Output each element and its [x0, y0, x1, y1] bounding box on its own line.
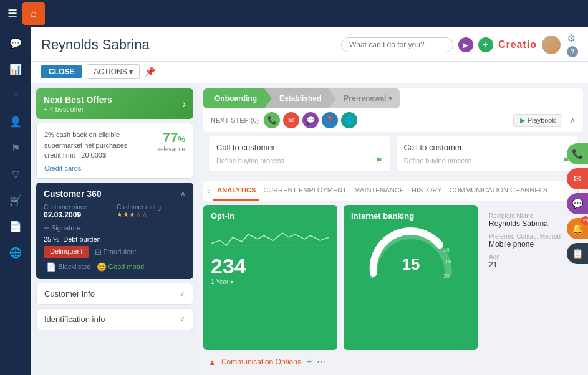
ib-gauge: 15 0 4 8 10 12 14 16 18	[351, 223, 470, 279]
pin-icon[interactable]: 📌	[145, 67, 155, 77]
right-notify-button[interactable]: 🔔 20	[567, 218, 588, 239]
comm-more-icon[interactable]: ⋯	[317, 357, 325, 367]
call-card-2: Call to customer Define buying process ⚑	[396, 136, 579, 172]
delinquent-badge[interactable]: Delinquent	[44, 246, 89, 258]
pipeline-step-established[interactable]: Established	[264, 88, 329, 108]
age-label: Age	[489, 254, 561, 260]
since-label: Customer since	[44, 204, 113, 211]
prerenewal-label: Pre-renewal	[344, 94, 386, 103]
call-card-1-title: Call to customer	[216, 143, 383, 152]
good-mood-badge[interactable]: 😊 Good mood	[97, 261, 144, 273]
avatar[interactable]	[542, 36, 561, 54]
add-button[interactable]: +	[478, 37, 493, 52]
action-phone-btn[interactable]: 📞	[264, 112, 280, 128]
right-task-button[interactable]: 📋	[567, 243, 588, 264]
action-chat-btn[interactable]: 💬	[302, 112, 319, 128]
call-cards-section: Call to customer Define buying process ⚑…	[203, 136, 583, 177]
comm-options-bar: ▲ Communication Options + ⋯	[203, 354, 583, 370]
nav-analytics-icon[interactable]: 📊	[4, 57, 27, 81]
offers-card[interactable]: Next Best Offers + 4 best offer ›	[36, 88, 193, 119]
fraudulent-label: Fraudulent	[104, 248, 137, 255]
customer-info-chevron: ∨	[180, 289, 185, 298]
good-mood-label: Good mood	[108, 263, 144, 270]
playbook-button[interactable]: ▶ Playbook	[513, 114, 562, 127]
hamburger-icon[interactable]: ☰	[7, 7, 17, 21]
help-icon[interactable]: ?	[567, 46, 578, 57]
identification-info-label: Identification info	[44, 315, 105, 324]
tabs-prev-arrow[interactable]: ‹	[203, 181, 213, 201]
identification-info-accordion[interactable]: Identification info ∨	[36, 308, 193, 330]
nav-doc-icon[interactable]: 📄	[4, 214, 27, 238]
pipeline-step-prerenewal[interactable]: Pre-renewal ▾	[329, 88, 400, 108]
svg-text:15: 15	[402, 255, 420, 273]
svg-text:16: 16	[443, 247, 450, 253]
tab-current-employment[interactable]: CURRENT EMPLOYMENT	[259, 181, 350, 201]
tab-communication-channels[interactable]: COMMUNICATION CHANNELS	[446, 181, 551, 201]
customer360-collapse-icon[interactable]: ∧	[180, 189, 186, 198]
creatio-logo: Creatio	[498, 39, 537, 50]
customer-info-accordion[interactable]: Customer info ∨	[36, 283, 193, 305]
action-web-btn[interactable]: 🌐	[341, 112, 357, 128]
offer-link[interactable]: Credit cards	[44, 164, 185, 172]
nav-filter-icon[interactable]: ▽	[4, 162, 27, 186]
notify-badge: 20	[581, 216, 588, 225]
call-card-2-title: Call to customer	[404, 143, 571, 152]
gear-icon[interactable]: ⚙	[567, 32, 578, 44]
call-card-1-subtitle: Define buying process	[216, 157, 284, 164]
offers-body: 23477% relevance 2% cash back on eligibl…	[36, 123, 193, 179]
svg-text:12: 12	[422, 230, 428, 237]
next-step-label: NEXT STEP (0)	[211, 116, 259, 124]
signature-label: ✏ Signature	[44, 224, 80, 232]
offers-relevance-value: 23477%	[163, 130, 185, 146]
tab-history[interactable]: HISTORY	[408, 181, 446, 201]
debt-value: 25 %, Debt burden	[44, 235, 101, 243]
opt-in-value: 234	[211, 254, 330, 278]
blacklisted-label: Blacklisted	[58, 263, 91, 270]
tab-analytics[interactable]: ANALYTICS	[213, 181, 259, 201]
home-nav-icon[interactable]: ⌂	[22, 2, 45, 25]
prerenewal-dropdown-icon[interactable]: ▾	[388, 95, 392, 103]
right-actions-panel: 📞 ✉ 💬 🔔 20 📋	[567, 143, 588, 264]
identification-info-chevron: ∨	[180, 315, 185, 323]
action-location-btn[interactable]: 📍	[322, 112, 338, 128]
close-button[interactable]: CLOSE	[41, 65, 82, 78]
comm-add-icon[interactable]: +	[306, 356, 312, 368]
comm-options-link[interactable]: Communication Options	[221, 358, 301, 366]
contact-method-label: Preferred Contact Method	[489, 233, 561, 240]
nav-user-icon[interactable]: 👤	[4, 110, 27, 133]
right-phone-button[interactable]: 📞	[567, 143, 588, 164]
page-title: Reynolds Sabrina	[41, 37, 150, 53]
svg-text:14: 14	[434, 237, 440, 243]
svg-text:20: 20	[443, 273, 450, 279]
actions-button[interactable]: ACTIONS ▾	[87, 64, 140, 79]
rating-label: Customer rating	[117, 204, 186, 211]
svg-text:18: 18	[445, 259, 451, 265]
recipient-name-value: Reynolds Sabrina	[489, 219, 561, 228]
customer360-title: Customer 360	[44, 189, 102, 199]
blacklisted-badge[interactable]: 📄 Blacklisted	[44, 261, 94, 273]
rating-stars: ★★★☆☆	[117, 211, 186, 219]
nav-list-icon[interactable]: ≡	[4, 83, 27, 107]
nav-globe-icon[interactable]: 🌐	[4, 240, 27, 264]
playbook-label: Playbook	[528, 116, 556, 124]
offers-title: Next Best Offers	[44, 95, 186, 105]
play-button[interactable]: ▶	[458, 37, 473, 52]
nav-flag-icon[interactable]: ⚑	[4, 136, 27, 159]
recipient-panel: Recipient Name Reynolds Sabrina Preferre…	[484, 205, 561, 350]
pipeline-collapse-icon[interactable]: ∧	[570, 116, 576, 125]
svg-text:8: 8	[398, 232, 402, 238]
action-email-btn[interactable]: ✉	[283, 112, 299, 128]
nav-cart-icon[interactable]: 🛒	[4, 188, 27, 212]
right-chat-button[interactable]: 💬	[567, 193, 588, 214]
nav-chat-icon[interactable]: 💬	[4, 31, 27, 55]
call-card-1-flag-icon[interactable]: ⚑	[375, 156, 383, 165]
offer-text: 2% cash back on eligible supermarket net…	[44, 130, 138, 161]
pipeline-card: Onboarding Established Pre-renewal ▾	[203, 88, 583, 132]
age-value: 21	[489, 260, 561, 269]
tab-maintenance[interactable]: MAINTENANCE	[350, 181, 408, 201]
pipeline-step-onboarding[interactable]: Onboarding	[203, 88, 264, 108]
fraudulent-badge[interactable]: ⊟ Fraudulent	[92, 246, 139, 258]
tabs-panel: ‹ ANALYTICS CURRENT EMPLOYMENT MAINTENAN…	[203, 181, 583, 201]
right-email-button[interactable]: ✉	[567, 168, 588, 189]
search-input[interactable]	[341, 37, 453, 52]
